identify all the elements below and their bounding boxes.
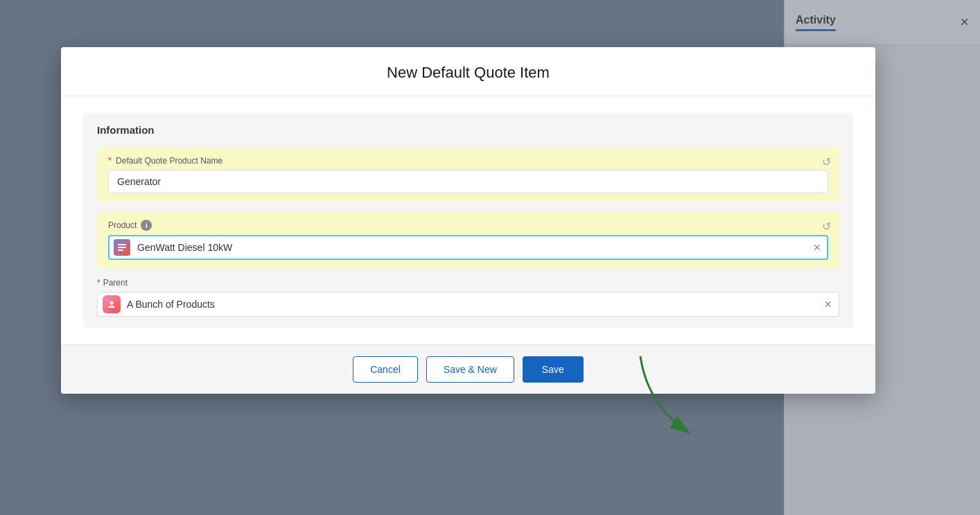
product-field-group: Product i ↺ [97,211,839,268]
product-name-label-text: Default Quote Product Name [116,156,222,166]
parent-label-text: Parent [103,278,128,288]
parent-required-star: * [97,278,100,288]
parent-icon-svg [106,299,117,310]
product-name-input[interactable] [108,170,828,193]
section-title: Information [97,124,839,136]
parent-icon [103,295,121,313]
save-button[interactable]: Save [523,356,584,383]
modal-footer: Cancel Save & New Save [61,344,875,394]
cancel-button[interactable]: Cancel [353,356,418,383]
product-icon-svg [116,241,128,254]
product-icon-left [114,239,130,256]
product-clear-icon[interactable]: ✕ [813,242,821,253]
parent-clear-icon[interactable]: ✕ [824,299,832,310]
save-new-button[interactable]: Save & New [426,356,514,383]
info-section: Information * Default Quote Product Name… [83,113,853,328]
modal-title: New Default Quote Item [83,64,853,82]
svg-rect-1 [118,244,126,245]
svg-rect-2 [118,247,126,248]
product-name-required-star: * [108,155,112,166]
product-name-reset-icon[interactable]: ↺ [822,155,831,168]
parent-field-group: * Parent [97,278,839,317]
parent-label: * Parent [97,278,839,288]
parent-input-wrapper: ✕ [97,292,839,317]
product-input-wrapper: ✕ [108,235,828,260]
product-info-icon: i [141,220,152,231]
modal-body: Information * Default Quote Product Name… [61,96,875,344]
product-reset-icon[interactable]: ↺ [822,220,831,233]
product-input[interactable] [108,235,828,260]
product-name-label: * Default Quote Product Name [108,155,828,166]
modal-dialog: New Default Quote Item Information * Def… [61,47,875,394]
svg-point-5 [110,302,114,305]
parent-input[interactable] [97,292,839,317]
product-label-text: Product [108,220,137,230]
modal-header: New Default Quote Item [61,47,875,96]
product-name-field-group: * Default Quote Product Name ↺ [97,147,839,202]
product-label: Product i [108,220,828,231]
svg-rect-3 [118,250,123,251]
